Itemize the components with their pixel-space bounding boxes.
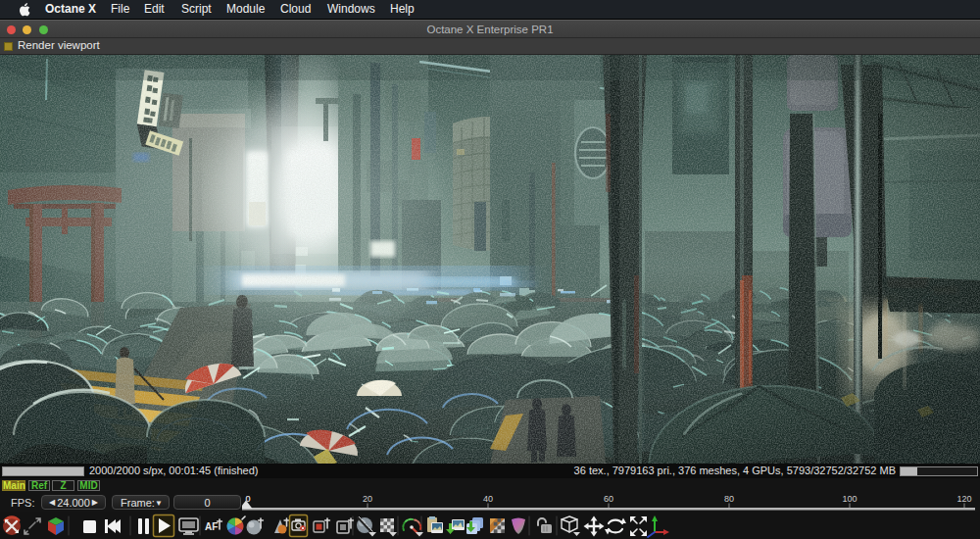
svg-text:AF: AF	[205, 521, 218, 532]
svg-text:0: 0	[245, 494, 250, 504]
